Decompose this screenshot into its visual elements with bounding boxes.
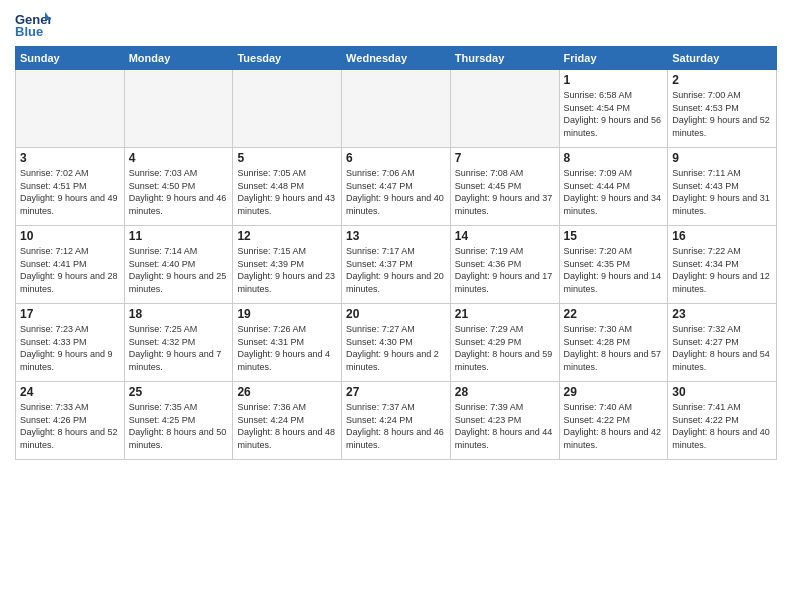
calendar-cell: 25Sunrise: 7:35 AM Sunset: 4:25 PM Dayli… xyxy=(124,382,233,460)
day-number: 29 xyxy=(564,385,664,399)
day-info: Sunrise: 7:33 AM Sunset: 4:26 PM Dayligh… xyxy=(20,401,120,451)
calendar-cell: 5Sunrise: 7:05 AM Sunset: 4:48 PM Daylig… xyxy=(233,148,342,226)
day-info: Sunrise: 7:15 AM Sunset: 4:39 PM Dayligh… xyxy=(237,245,337,295)
day-number: 7 xyxy=(455,151,555,165)
day-info: Sunrise: 7:11 AM Sunset: 4:43 PM Dayligh… xyxy=(672,167,772,217)
day-number: 5 xyxy=(237,151,337,165)
day-info: Sunrise: 7:22 AM Sunset: 4:34 PM Dayligh… xyxy=(672,245,772,295)
calendar-table: SundayMondayTuesdayWednesdayThursdayFrid… xyxy=(15,46,777,460)
header-cell-friday: Friday xyxy=(559,47,668,70)
day-number: 22 xyxy=(564,307,664,321)
calendar-week-1: 3Sunrise: 7:02 AM Sunset: 4:51 PM Daylig… xyxy=(16,148,777,226)
calendar-cell: 16Sunrise: 7:22 AM Sunset: 4:34 PM Dayli… xyxy=(668,226,777,304)
header-cell-tuesday: Tuesday xyxy=(233,47,342,70)
calendar-cell: 9Sunrise: 7:11 AM Sunset: 4:43 PM Daylig… xyxy=(668,148,777,226)
day-number: 19 xyxy=(237,307,337,321)
day-number: 1 xyxy=(564,73,664,87)
day-info: Sunrise: 6:58 AM Sunset: 4:54 PM Dayligh… xyxy=(564,89,664,139)
logo: General Blue xyxy=(15,10,51,40)
calendar-cell: 29Sunrise: 7:40 AM Sunset: 4:22 PM Dayli… xyxy=(559,382,668,460)
day-number: 30 xyxy=(672,385,772,399)
header-cell-sunday: Sunday xyxy=(16,47,125,70)
day-info: Sunrise: 7:20 AM Sunset: 4:35 PM Dayligh… xyxy=(564,245,664,295)
day-info: Sunrise: 7:17 AM Sunset: 4:37 PM Dayligh… xyxy=(346,245,446,295)
calendar-week-2: 10Sunrise: 7:12 AM Sunset: 4:41 PM Dayli… xyxy=(16,226,777,304)
day-number: 3 xyxy=(20,151,120,165)
calendar-header-row: SundayMondayTuesdayWednesdayThursdayFrid… xyxy=(16,47,777,70)
calendar-cell: 12Sunrise: 7:15 AM Sunset: 4:39 PM Dayli… xyxy=(233,226,342,304)
calendar-cell: 24Sunrise: 7:33 AM Sunset: 4:26 PM Dayli… xyxy=(16,382,125,460)
logo-icon: General Blue xyxy=(15,10,51,40)
day-info: Sunrise: 7:41 AM Sunset: 4:22 PM Dayligh… xyxy=(672,401,772,451)
calendar-cell: 22Sunrise: 7:30 AM Sunset: 4:28 PM Dayli… xyxy=(559,304,668,382)
header-cell-wednesday: Wednesday xyxy=(342,47,451,70)
calendar-cell: 14Sunrise: 7:19 AM Sunset: 4:36 PM Dayli… xyxy=(450,226,559,304)
calendar-cell: 20Sunrise: 7:27 AM Sunset: 4:30 PM Dayli… xyxy=(342,304,451,382)
header-cell-monday: Monday xyxy=(124,47,233,70)
day-number: 12 xyxy=(237,229,337,243)
day-number: 17 xyxy=(20,307,120,321)
calendar-cell: 23Sunrise: 7:32 AM Sunset: 4:27 PM Dayli… xyxy=(668,304,777,382)
calendar-cell: 30Sunrise: 7:41 AM Sunset: 4:22 PM Dayli… xyxy=(668,382,777,460)
calendar-cell xyxy=(233,70,342,148)
day-info: Sunrise: 7:23 AM Sunset: 4:33 PM Dayligh… xyxy=(20,323,120,373)
calendar-cell: 11Sunrise: 7:14 AM Sunset: 4:40 PM Dayli… xyxy=(124,226,233,304)
calendar-cell: 19Sunrise: 7:26 AM Sunset: 4:31 PM Dayli… xyxy=(233,304,342,382)
day-number: 16 xyxy=(672,229,772,243)
calendar-week-0: 1Sunrise: 6:58 AM Sunset: 4:54 PM Daylig… xyxy=(16,70,777,148)
calendar-cell: 7Sunrise: 7:08 AM Sunset: 4:45 PM Daylig… xyxy=(450,148,559,226)
day-info: Sunrise: 7:30 AM Sunset: 4:28 PM Dayligh… xyxy=(564,323,664,373)
calendar-cell: 15Sunrise: 7:20 AM Sunset: 4:35 PM Dayli… xyxy=(559,226,668,304)
calendar-cell: 26Sunrise: 7:36 AM Sunset: 4:24 PM Dayli… xyxy=(233,382,342,460)
day-info: Sunrise: 7:19 AM Sunset: 4:36 PM Dayligh… xyxy=(455,245,555,295)
day-info: Sunrise: 7:02 AM Sunset: 4:51 PM Dayligh… xyxy=(20,167,120,217)
day-info: Sunrise: 7:26 AM Sunset: 4:31 PM Dayligh… xyxy=(237,323,337,373)
day-number: 18 xyxy=(129,307,229,321)
calendar-cell: 17Sunrise: 7:23 AM Sunset: 4:33 PM Dayli… xyxy=(16,304,125,382)
day-info: Sunrise: 7:37 AM Sunset: 4:24 PM Dayligh… xyxy=(346,401,446,451)
page-container: General Blue SundayMondayTuesdayWednesda… xyxy=(0,0,792,465)
calendar-cell: 6Sunrise: 7:06 AM Sunset: 4:47 PM Daylig… xyxy=(342,148,451,226)
calendar-cell: 10Sunrise: 7:12 AM Sunset: 4:41 PM Dayli… xyxy=(16,226,125,304)
day-number: 23 xyxy=(672,307,772,321)
calendar-cell: 18Sunrise: 7:25 AM Sunset: 4:32 PM Dayli… xyxy=(124,304,233,382)
day-number: 21 xyxy=(455,307,555,321)
day-info: Sunrise: 7:39 AM Sunset: 4:23 PM Dayligh… xyxy=(455,401,555,451)
day-info: Sunrise: 7:12 AM Sunset: 4:41 PM Dayligh… xyxy=(20,245,120,295)
calendar-cell: 13Sunrise: 7:17 AM Sunset: 4:37 PM Dayli… xyxy=(342,226,451,304)
calendar-cell: 2Sunrise: 7:00 AM Sunset: 4:53 PM Daylig… xyxy=(668,70,777,148)
day-info: Sunrise: 7:05 AM Sunset: 4:48 PM Dayligh… xyxy=(237,167,337,217)
calendar-cell: 28Sunrise: 7:39 AM Sunset: 4:23 PM Dayli… xyxy=(450,382,559,460)
calendar-cell: 27Sunrise: 7:37 AM Sunset: 4:24 PM Dayli… xyxy=(342,382,451,460)
calendar-week-4: 24Sunrise: 7:33 AM Sunset: 4:26 PM Dayli… xyxy=(16,382,777,460)
day-info: Sunrise: 7:32 AM Sunset: 4:27 PM Dayligh… xyxy=(672,323,772,373)
day-number: 11 xyxy=(129,229,229,243)
header-cell-saturday: Saturday xyxy=(668,47,777,70)
day-info: Sunrise: 7:14 AM Sunset: 4:40 PM Dayligh… xyxy=(129,245,229,295)
day-info: Sunrise: 7:25 AM Sunset: 4:32 PM Dayligh… xyxy=(129,323,229,373)
calendar-cell: 4Sunrise: 7:03 AM Sunset: 4:50 PM Daylig… xyxy=(124,148,233,226)
day-number: 8 xyxy=(564,151,664,165)
day-number: 28 xyxy=(455,385,555,399)
day-number: 9 xyxy=(672,151,772,165)
header: General Blue xyxy=(15,10,777,40)
calendar-cell: 1Sunrise: 6:58 AM Sunset: 4:54 PM Daylig… xyxy=(559,70,668,148)
calendar-cell xyxy=(124,70,233,148)
day-number: 25 xyxy=(129,385,229,399)
day-number: 20 xyxy=(346,307,446,321)
header-cell-thursday: Thursday xyxy=(450,47,559,70)
day-info: Sunrise: 7:08 AM Sunset: 4:45 PM Dayligh… xyxy=(455,167,555,217)
svg-text:Blue: Blue xyxy=(15,24,43,39)
calendar-cell: 8Sunrise: 7:09 AM Sunset: 4:44 PM Daylig… xyxy=(559,148,668,226)
day-info: Sunrise: 7:27 AM Sunset: 4:30 PM Dayligh… xyxy=(346,323,446,373)
day-number: 14 xyxy=(455,229,555,243)
day-number: 10 xyxy=(20,229,120,243)
day-number: 15 xyxy=(564,229,664,243)
day-info: Sunrise: 7:06 AM Sunset: 4:47 PM Dayligh… xyxy=(346,167,446,217)
day-number: 27 xyxy=(346,385,446,399)
calendar-body: 1Sunrise: 6:58 AM Sunset: 4:54 PM Daylig… xyxy=(16,70,777,460)
calendar-cell xyxy=(450,70,559,148)
calendar-cell: 21Sunrise: 7:29 AM Sunset: 4:29 PM Dayli… xyxy=(450,304,559,382)
calendar-cell xyxy=(342,70,451,148)
calendar-cell xyxy=(16,70,125,148)
